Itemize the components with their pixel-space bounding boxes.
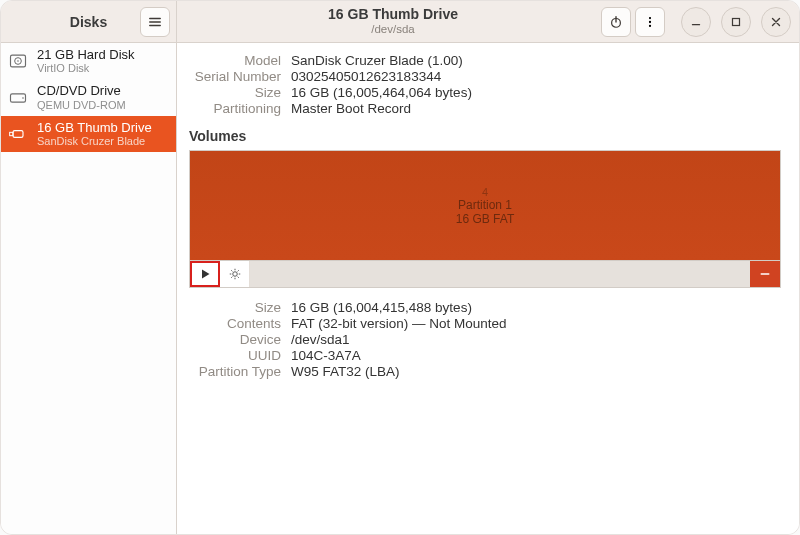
minimize-button[interactable] bbox=[681, 7, 711, 37]
drive-options-button[interactable] bbox=[635, 7, 665, 37]
close-icon bbox=[769, 15, 783, 29]
power-button[interactable] bbox=[601, 7, 631, 37]
toolbar-spacer bbox=[250, 261, 750, 287]
value-psize: 16 GB (16,004,415,488 bytes) bbox=[291, 300, 781, 315]
label-size: Size bbox=[189, 85, 281, 100]
delete-partition-button[interactable] bbox=[750, 261, 780, 287]
label-uuid: UUID bbox=[189, 348, 281, 363]
power-icon bbox=[609, 15, 623, 29]
value-ptype: W95 FAT32 (LBA) bbox=[291, 364, 781, 379]
app-title: Disks bbox=[70, 14, 107, 30]
svg-line-21 bbox=[231, 277, 232, 278]
volume-subtext: 4 bbox=[482, 186, 488, 198]
drive-title: 16 GB Thumb Drive bbox=[185, 7, 601, 22]
minimize-icon bbox=[689, 15, 703, 29]
value-device: /dev/sda1 bbox=[291, 332, 781, 347]
value-contents: FAT (32-bit version) — Not Mounted bbox=[291, 316, 781, 331]
svg-line-19 bbox=[231, 270, 232, 271]
volume-block[interactable]: 4 Partition 1 16 GB FAT bbox=[189, 150, 781, 260]
svg-line-22 bbox=[237, 270, 238, 271]
hamburger-icon bbox=[148, 15, 162, 29]
sidebar-item-hard-disk[interactable]: 21 GB Hard Disk VirtIO Disk bbox=[1, 43, 176, 79]
sidebar-item-label: CD/DVD Drive bbox=[37, 84, 126, 98]
label-partitioning: Partitioning bbox=[189, 101, 281, 116]
device-sidebar: 21 GB Hard Disk VirtIO Disk CD/DVD Drive… bbox=[1, 43, 177, 534]
label-psize: Size bbox=[189, 300, 281, 315]
close-button[interactable] bbox=[761, 7, 791, 37]
more-vertical-icon bbox=[643, 15, 657, 29]
label-device: Device bbox=[189, 332, 281, 347]
sidebar-item-sublabel: QEMU DVD-ROM bbox=[37, 99, 126, 111]
main-pane: Model SanDisk Cruzer Blade (1.00) Serial… bbox=[177, 43, 799, 534]
usb-icon bbox=[7, 123, 29, 145]
headerbar-left: Disks bbox=[1, 1, 177, 42]
sidebar-item-thumb-drive[interactable]: 16 GB Thumb Drive SanDisk Cruzer Blade bbox=[1, 116, 176, 152]
app-window: Disks 16 GB Thumb Drive /dev/sda bbox=[1, 1, 799, 534]
label-contents: Contents bbox=[189, 316, 281, 331]
drive-title-area: 16 GB Thumb Drive /dev/sda bbox=[185, 7, 601, 35]
hdd-icon bbox=[7, 50, 29, 72]
svg-point-3 bbox=[649, 20, 651, 22]
sidebar-item-sublabel: VirtIO Disk bbox=[37, 62, 135, 74]
maximize-button[interactable] bbox=[721, 7, 751, 37]
value-partitioning: Master Boot Record bbox=[291, 101, 781, 116]
drive-subtitle: /dev/sda bbox=[185, 23, 601, 36]
gear-icon bbox=[229, 268, 241, 280]
label-serial: Serial Number bbox=[189, 69, 281, 84]
sidebar-item-sublabel: SanDisk Cruzer Blade bbox=[37, 135, 152, 147]
value-model: SanDisk Cruzer Blade (1.00) bbox=[291, 53, 781, 68]
svg-rect-12 bbox=[13, 131, 23, 138]
svg-point-9 bbox=[17, 60, 19, 62]
value-uuid: 104C-3A7A bbox=[291, 348, 781, 363]
volume-toolbar bbox=[189, 260, 781, 288]
play-icon bbox=[199, 268, 211, 280]
value-serial: 03025405012623183344 bbox=[291, 69, 781, 84]
volume-options-button[interactable] bbox=[220, 261, 250, 287]
volumes-heading: Volumes bbox=[189, 128, 781, 144]
mount-button[interactable] bbox=[190, 261, 220, 287]
maximize-icon bbox=[729, 15, 743, 29]
svg-point-11 bbox=[22, 97, 24, 99]
volume-desc: 16 GB FAT bbox=[456, 212, 514, 226]
cd-icon bbox=[7, 87, 29, 109]
sidebar-item-label: 21 GB Hard Disk bbox=[37, 48, 135, 62]
headerbar: Disks 16 GB Thumb Drive /dev/sda bbox=[1, 1, 799, 43]
label-ptype: Partition Type bbox=[189, 364, 281, 379]
value-size: 16 GB (16,005,464,064 bytes) bbox=[291, 85, 781, 100]
svg-point-2 bbox=[649, 16, 651, 18]
svg-rect-6 bbox=[733, 18, 740, 25]
svg-point-4 bbox=[649, 24, 651, 26]
svg-rect-13 bbox=[10, 132, 13, 135]
partition-info: Size 16 GB (16,004,415,488 bytes) Conten… bbox=[189, 300, 781, 379]
sidebar-item-label: 16 GB Thumb Drive bbox=[37, 121, 152, 135]
volume-name: Partition 1 bbox=[458, 198, 512, 212]
sidebar-item-cd-drive[interactable]: CD/DVD Drive QEMU DVD-ROM bbox=[1, 79, 176, 115]
minus-icon bbox=[759, 268, 771, 280]
app-menu-button[interactable] bbox=[140, 7, 170, 37]
label-model: Model bbox=[189, 53, 281, 68]
svg-line-20 bbox=[237, 277, 238, 278]
svg-point-14 bbox=[232, 272, 237, 277]
drive-info: Model SanDisk Cruzer Blade (1.00) Serial… bbox=[189, 53, 781, 116]
